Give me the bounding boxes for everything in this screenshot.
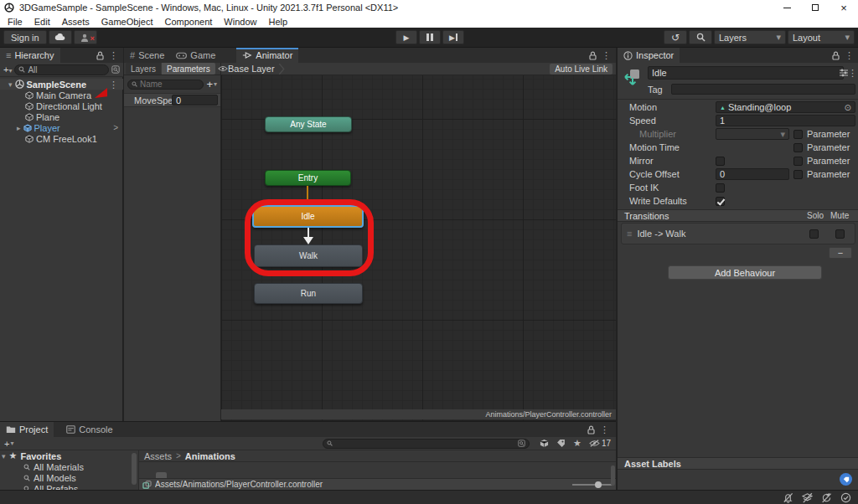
tab-inspector[interactable]: Inspector (618, 48, 680, 63)
create-asset-button[interactable]: +▾ (4, 439, 13, 449)
disclosure-open-icon[interactable]: ▾ (8, 80, 13, 89)
cycle-offset-parameter-checkbox[interactable] (793, 170, 803, 179)
package-icon[interactable] (540, 439, 549, 448)
tab-scene[interactable]: # Scene (124, 48, 170, 63)
project-search[interactable] (323, 439, 530, 449)
auto-live-link-button[interactable]: Auto Live Link (550, 64, 612, 75)
project-search-input[interactable] (335, 439, 515, 448)
parameter-row[interactable]: MoveSpe 0 (124, 93, 220, 107)
menu-edit[interactable]: Edit (28, 17, 56, 27)
disclosure-closed-icon[interactable]: ▸ (17, 124, 21, 132)
multiplier-parameter-checkbox[interactable] (793, 130, 803, 139)
play-button[interactable]: ▶ (395, 30, 417, 44)
disclosure-open-icon[interactable]: ▾ (2, 452, 6, 460)
add-parameter-button[interactable]: +▾ (206, 78, 217, 90)
thumbnail-size-slider[interactable] (572, 481, 612, 488)
hierarchy-search-input[interactable] (28, 65, 105, 75)
cloud-button[interactable] (49, 30, 72, 44)
step-button[interactable]: ▶ (442, 30, 464, 44)
menu-help[interactable]: Help (262, 17, 293, 27)
kebab-menu-icon[interactable]: ⋮ (602, 49, 611, 61)
node-run[interactable]: Run (254, 283, 363, 304)
favorites-item[interactable]: ▾ ★ Favorites (0, 450, 131, 461)
asset-thumbnail-partial[interactable] (156, 472, 167, 478)
parameter-value-field[interactable]: 0 (172, 95, 218, 105)
write-defaults-checkbox[interactable] (716, 197, 725, 206)
menu-assets[interactable]: Assets (56, 17, 96, 27)
notifications-muted-icon[interactable] (783, 492, 793, 503)
lock-icon[interactable] (589, 51, 597, 60)
foot-ik-checkbox[interactable] (716, 183, 725, 193)
tree-item-scene[interactable]: ▾ SampleScene ⋮ (0, 79, 123, 90)
sync-disabled-icon[interactable] (821, 492, 832, 503)
state-name-field[interactable] (648, 66, 844, 80)
kebab-menu-icon[interactable]: ⋮ (845, 49, 854, 61)
pause-button[interactable] (419, 30, 441, 44)
kebab-menu-icon[interactable]: ⋮ (848, 67, 857, 79)
kebab-menu-icon[interactable]: ⋮ (109, 79, 118, 90)
menu-file[interactable]: File (2, 17, 28, 27)
slider-thumb[interactable] (595, 481, 602, 488)
project-content-scrollbar[interactable] (611, 465, 615, 486)
kebab-menu-icon[interactable]: ⋮ (600, 424, 609, 435)
search-pick-icon[interactable] (111, 65, 120, 74)
project-tree-scrollbar[interactable] (132, 453, 137, 485)
tag-field[interactable] (671, 84, 855, 95)
all-models-item[interactable]: All Models (0, 472, 131, 483)
breadcrumb-animations[interactable]: Animations (185, 451, 235, 461)
layers-dropdown[interactable]: Layers ▾ (714, 30, 786, 44)
cycle-offset-field[interactable]: 0 (716, 168, 789, 180)
breadcrumb-assets[interactable]: Assets (144, 451, 172, 461)
transition-solo-checkbox[interactable] (809, 229, 819, 239)
node-entry[interactable]: Entry (265, 170, 351, 186)
minimize-button[interactable] (773, 0, 801, 15)
lock-icon[interactable] (832, 51, 840, 60)
tree-item-plane[interactable]: Plane (0, 111, 123, 122)
favorites-filter-icon[interactable]: ★ (573, 438, 581, 449)
mirror-parameter-checkbox[interactable] (793, 157, 803, 166)
undo-history-button[interactable]: ↺ (664, 30, 687, 44)
object-picker-icon[interactable]: ⊙ (845, 103, 851, 112)
transition-entry-idle[interactable] (307, 186, 308, 200)
animator-graph[interactable]: Any State Entry Idle Walk Run Animations… (221, 75, 616, 421)
hidden-items-indicator[interactable]: 17 (589, 439, 611, 448)
create-button[interactable]: +▾ (3, 64, 12, 75)
collab-button[interactable]: × (74, 30, 97, 44)
menu-window[interactable]: Window (218, 17, 262, 27)
menu-component[interactable]: Component (158, 17, 218, 27)
tab-console[interactable]: Console (60, 422, 118, 437)
lock-icon[interactable] (587, 425, 595, 435)
transition-mute-checkbox[interactable] (835, 229, 845, 239)
parameter-search[interactable] (127, 80, 204, 90)
label-filter-icon[interactable] (556, 439, 566, 448)
tab-game[interactable]: Game (170, 48, 221, 63)
close-button[interactable]: × (830, 0, 858, 15)
remove-transition-button[interactable]: − (829, 247, 852, 259)
node-any-state[interactable]: Any State (265, 116, 352, 132)
asset-labels-header[interactable]: Asset Labels (618, 457, 858, 470)
drag-handle-icon[interactable]: ≡ (627, 229, 632, 239)
layers-disabled-icon[interactable] (802, 492, 813, 503)
label-tag-icon[interactable] (840, 473, 852, 486)
search-everything-button[interactable] (689, 30, 712, 44)
mirror-checkbox[interactable] (716, 157, 725, 166)
transition-list-item[interactable]: ≡ Idle -> Walk (622, 224, 855, 244)
tab-project[interactable]: Project (0, 422, 54, 437)
kebab-menu-icon[interactable]: ⋮ (109, 49, 118, 61)
multiplier-dropdown[interactable]: ▾ (716, 128, 789, 140)
tree-item-directional-light[interactable]: Directional Light (0, 100, 123, 111)
lock-icon[interactable] (96, 51, 104, 60)
tree-item-cm-freelook[interactable]: CM FreeLook1 (0, 133, 123, 144)
motion-object-field[interactable]: ▲ Standing@loop ⊙ (716, 101, 855, 113)
hierarchy-search[interactable] (14, 64, 109, 75)
tree-item-player[interactable]: ▸ Player > (0, 122, 123, 133)
all-materials-item[interactable]: All Materials (0, 461, 131, 472)
tab-animator[interactable]: Animator (236, 48, 298, 63)
menu-gameobject[interactable]: GameObject (96, 17, 159, 27)
parameters-toggle-button[interactable]: Parameters (162, 63, 215, 75)
check-circle-icon[interactable] (840, 492, 851, 503)
layout-dropdown[interactable]: Layout ▾ (788, 30, 855, 44)
add-behaviour-button[interactable]: Add Behaviour (668, 265, 822, 280)
tab-hierarchy[interactable]: ≡ Hierarchy (0, 48, 60, 63)
maximize-button[interactable] (801, 0, 830, 15)
